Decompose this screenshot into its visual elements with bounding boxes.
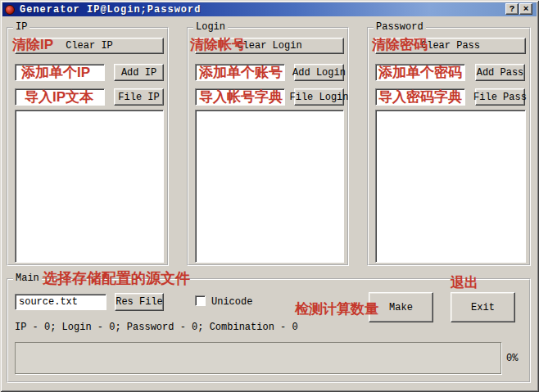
exit-button[interactable]: Exit xyxy=(451,292,515,322)
ip-listbox[interactable] xyxy=(15,110,164,263)
group-main: Main 选择存储配置的源文件 Res File Unicode 检测计算数量 … xyxy=(7,278,531,383)
add-ip-button[interactable]: Add IP xyxy=(114,64,164,81)
file-ip-button[interactable]: File IP xyxy=(114,88,164,106)
add-login-button[interactable]: Add Login xyxy=(294,64,344,81)
annotation-source-file: 选择存储配置的源文件 xyxy=(43,271,190,286)
ip-add-input[interactable] xyxy=(15,64,105,81)
clear-pass-button[interactable]: Clear Pass xyxy=(375,38,526,54)
group-password-label: Password xyxy=(374,21,426,33)
group-main-label: Main xyxy=(13,273,42,284)
group-login-label: Login xyxy=(193,21,228,33)
annotation-make: 检测计算数量 xyxy=(295,301,378,317)
unicode-label: Unicode xyxy=(211,296,252,308)
login-file-input[interactable] xyxy=(195,88,285,106)
group-ip: IP Clear IP 清除IP 添加单个IP Add IP 导入IP文本 Fi… xyxy=(7,27,169,266)
clear-login-button[interactable]: Clear Login xyxy=(195,38,344,54)
titlebar[interactable]: Generator IP@Login;Password ? × xyxy=(2,2,537,16)
group-login: Login Clear Login 清除帐号 添加单个账号 Add Login … xyxy=(187,27,349,266)
unicode-checkbox[interactable] xyxy=(195,295,206,306)
file-pass-button[interactable]: File Pass xyxy=(475,88,525,106)
progress-bar xyxy=(15,342,501,374)
pass-add-input[interactable] xyxy=(375,64,465,81)
group-password: Password Clear Pass 清除密码 添加单个密码 Add Pass… xyxy=(367,27,531,266)
counters-status-text: IP - 0; Login - 0; Password - 0; Combina… xyxy=(15,322,298,333)
file-login-button[interactable]: File Login xyxy=(294,88,344,106)
login-listbox[interactable] xyxy=(195,110,344,263)
pass-file-input[interactable] xyxy=(375,88,465,106)
login-add-input[interactable] xyxy=(195,64,285,81)
progress-percent-label: 0% xyxy=(506,353,518,364)
make-button[interactable]: Make xyxy=(369,292,433,322)
ip-file-input[interactable] xyxy=(15,88,105,106)
generator-window: Generator IP@Login;Password ? × IP Clear… xyxy=(0,0,539,392)
password-listbox[interactable] xyxy=(375,110,526,263)
res-file-button[interactable]: Res File xyxy=(115,293,164,311)
close-icon[interactable]: × xyxy=(519,3,532,15)
source-file-input[interactable] xyxy=(15,294,106,310)
help-button[interactable]: ? xyxy=(505,3,519,15)
window-title: Generator IP@Login;Password xyxy=(20,4,201,16)
annotation-exit: 退出 xyxy=(451,275,478,291)
add-pass-button[interactable]: Add Pass xyxy=(475,64,525,81)
app-icon[interactable] xyxy=(5,5,15,15)
group-ip-label: IP xyxy=(13,21,29,33)
clear-ip-button[interactable]: Clear IP xyxy=(15,38,164,54)
